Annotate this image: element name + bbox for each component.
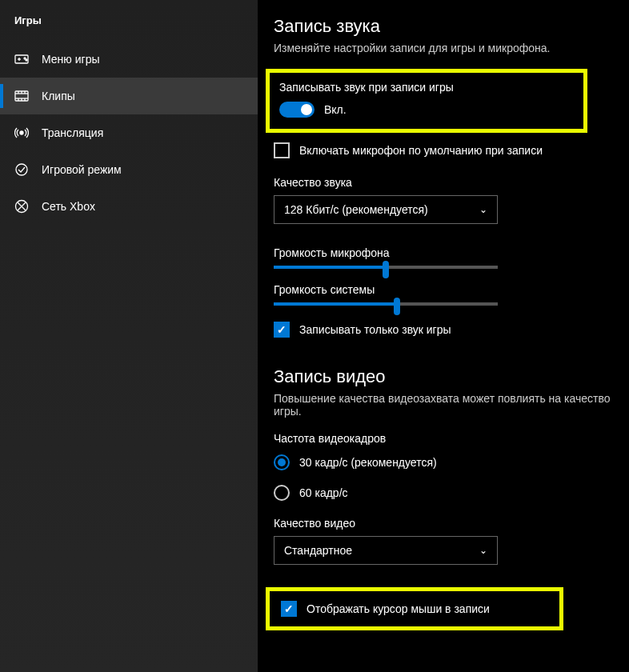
svg-point-14 <box>20 131 23 134</box>
audio-quality-select[interactable]: 128 Кбит/с (рекомендуется) ⌄ <box>274 195 498 224</box>
cursor-label: Отображать курсор мыши в записи <box>306 602 490 615</box>
audio-quality-value: 128 Кбит/с (рекомендуется) <box>284 203 428 216</box>
chevron-down-icon: ⌄ <box>479 545 487 556</box>
game-only-checkbox-row[interactable]: Записывать только звук игры <box>274 322 611 338</box>
sidebar-item-label: Трансляция <box>42 126 103 139</box>
svg-point-4 <box>26 59 27 61</box>
highlight-record-audio: Записывать звук при записи игры Вкл. <box>266 69 587 133</box>
sidebar-item-broadcast[interactable]: Трансляция <box>0 114 258 151</box>
sidebar-item-gamebar[interactable]: Меню игры <box>0 41 258 78</box>
sidebar-item-label: Игровой режим <box>42 163 122 176</box>
main-content: Запись звука Изменяйте настройки записи … <box>258 0 629 672</box>
sidebar-title: Игры <box>0 8 258 41</box>
toggle-switch-icon <box>279 102 314 118</box>
clips-icon <box>14 89 29 103</box>
video-section-title: Запись видео <box>274 366 611 387</box>
video-quality-label: Качество видео <box>274 517 611 530</box>
fps-30-label: 30 кадр/с (рекомендуется) <box>299 456 437 469</box>
svg-point-3 <box>24 58 26 59</box>
slider-thumb <box>394 298 400 315</box>
slider-fill <box>274 302 397 306</box>
broadcast-icon <box>14 126 29 140</box>
checkbox-checked-icon <box>281 601 297 617</box>
audio-quality-label: Качество звука <box>274 176 611 189</box>
audio-section-desc: Изменяйте настройки записи для игры и ми… <box>274 42 611 54</box>
mic-volume-label: Громкость микрофона <box>274 246 611 259</box>
xbox-icon <box>14 199 29 214</box>
toggle-state-label: Вкл. <box>324 103 347 116</box>
mic-default-label: Включать микрофон по умолчанию при запис… <box>299 144 543 157</box>
video-quality-select[interactable]: Стандартное ⌄ <box>274 536 498 565</box>
video-quality-value: Стандартное <box>284 544 352 557</box>
sidebar-item-gamemode[interactable]: Игровой режим <box>0 151 258 188</box>
sidebar-item-label: Сеть Xbox <box>42 200 95 213</box>
record-audio-toggle[interactable]: Вкл. <box>279 102 574 118</box>
checkbox-checked-icon <box>274 322 290 338</box>
fps-60-radio[interactable]: 60 кадр/с <box>274 485 611 501</box>
checkbox-icon <box>274 142 290 158</box>
sys-volume-slider[interactable] <box>274 302 498 306</box>
sidebar-item-xbox[interactable]: Сеть Xbox <box>0 188 258 225</box>
sidebar-item-clips[interactable]: Клипы <box>0 78 258 114</box>
sidebar-item-label: Клипы <box>42 90 75 102</box>
fps-60-label: 60 кадр/с <box>299 486 348 499</box>
svg-point-15 <box>16 164 27 175</box>
radio-selected-icon <box>274 454 290 470</box>
fps-label: Частота видеокадров <box>274 432 611 445</box>
mic-default-checkbox-row[interactable]: Включать микрофон по умолчанию при запис… <box>274 142 611 158</box>
sidebar-item-label: Меню игры <box>42 53 100 66</box>
cursor-checkbox-row[interactable]: Отображать курсор мыши в записи <box>281 601 548 617</box>
sys-volume-label: Громкость системы <box>274 283 611 296</box>
fps-30-radio[interactable]: 30 кадр/с (рекомендуется) <box>274 454 611 470</box>
record-audio-label: Записывать звук при записи игры <box>279 81 574 94</box>
slider-thumb <box>383 261 389 278</box>
sidebar: Игры Меню игры Клипы <box>0 0 258 672</box>
chevron-down-icon: ⌄ <box>479 204 487 215</box>
slider-fill <box>274 266 386 269</box>
video-section-desc: Повышение качества видеозахвата может по… <box>274 392 611 418</box>
gamemode-icon <box>14 162 29 177</box>
game-only-label: Записывать только звук игры <box>299 323 451 336</box>
audio-section-title: Запись звука <box>274 16 611 37</box>
mic-volume-slider[interactable] <box>274 266 498 269</box>
highlight-cursor: Отображать курсор мыши в записи <box>266 587 563 630</box>
gamebar-icon <box>14 52 29 66</box>
radio-icon <box>274 485 290 501</box>
